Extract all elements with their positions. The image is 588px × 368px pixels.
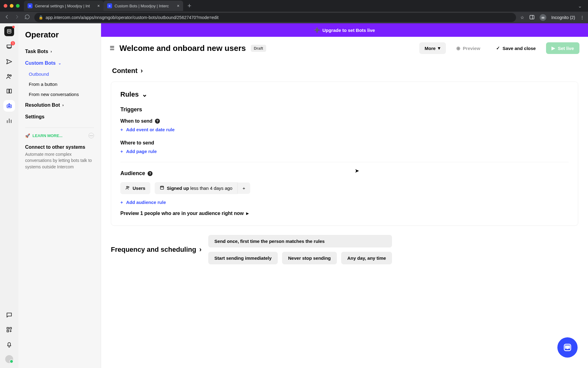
audience-chip-signed-up[interactable]: Signed up less than 4 days ago	[155, 182, 237, 194]
browser-tab-1[interactable]: ≡ General settings | Moodjoy | Int ×	[24, 1, 104, 11]
incognito-avatar-icon[interactable]	[540, 14, 546, 21]
new-tab-button[interactable]: +	[187, 2, 191, 10]
add-audience-rule-button[interactable]: +Add audience rule	[120, 200, 569, 205]
nav-custom-bots[interactable]: Custom Bots⌄	[18, 57, 101, 69]
play-filled-icon: ▶	[552, 45, 555, 51]
window-minimize-icon[interactable]	[10, 4, 13, 8]
svg-rect-29	[569, 346, 570, 348]
intercom-messenger-fab[interactable]	[557, 337, 578, 358]
svg-rect-28	[567, 346, 568, 349]
caret-down-icon: ▾	[438, 45, 440, 51]
incognito-label: Incognito (2)	[551, 15, 575, 20]
chevron-down-icon: ⌄	[142, 90, 147, 98]
chevron-right-icon: ›	[51, 49, 52, 54]
content-section-header[interactable]: Content›	[111, 63, 578, 82]
notification-bell-icon[interactable]	[5, 340, 13, 348]
play-circle-icon: ◉	[456, 45, 460, 51]
svg-point-20	[126, 186, 128, 187]
triggers-heading: Triggers	[120, 106, 569, 113]
lock-icon: 🔒	[39, 15, 43, 20]
kebab-menu-icon[interactable]: ⋮	[580, 15, 584, 20]
chevron-right-icon: ›	[141, 67, 143, 75]
articles-icon[interactable]	[5, 87, 13, 95]
bookmark-star-icon[interactable]: ☆	[520, 15, 524, 20]
tabs-overflow-icon[interactable]: ⌄	[578, 3, 582, 9]
nav-from-button[interactable]: From a button	[18, 79, 101, 89]
save-and-close-button[interactable]: ✓Save and close	[491, 42, 541, 54]
add-event-rule-button[interactable]: +Add event or date rule	[120, 127, 569, 132]
svg-point-2	[542, 17, 543, 19]
apps-icon[interactable]	[5, 326, 13, 334]
audience-preview-link[interactable]: Preview 1 people who are in your audienc…	[120, 210, 569, 216]
set-live-button[interactable]: ▶Set live	[546, 42, 579, 54]
plus-icon: +	[243, 186, 245, 191]
contacts-icon[interactable]	[5, 72, 13, 80]
svg-point-3	[543, 17, 545, 19]
svg-point-9	[10, 75, 11, 76]
more-button[interactable]: More▾	[419, 42, 446, 54]
nav-from-new-conversations[interactable]: From new conversations	[18, 89, 101, 99]
back-button[interactable]	[4, 14, 10, 21]
upgrade-banner[interactable]: ➕ Upgrade to set Bots live	[101, 23, 588, 37]
svg-rect-11	[8, 106, 9, 107]
tab-1-label: General settings | Moodjoy | Int	[35, 4, 90, 8]
learn-more-header[interactable]: 🚀 LEARN MORE... —	[18, 131, 101, 140]
plus-icon: +	[120, 200, 123, 205]
nav-settings[interactable]: Settings	[18, 111, 101, 123]
rules-card: Rules⌄ Triggers When to send ? +Add even…	[111, 82, 578, 226]
nav-outbound[interactable]: Outbound	[18, 69, 101, 79]
send-icon[interactable]	[5, 58, 13, 66]
add-page-rule-button[interactable]: +Add page rule	[120, 149, 569, 154]
frequency-section-header[interactable]: Frequency and scheduling›	[111, 246, 202, 254]
freq-pill-never-stop[interactable]: Never stop sending	[282, 252, 337, 264]
intercom-logo[interactable]	[4, 26, 14, 36]
learn-connect-title[interactable]: Connect to other systems	[18, 140, 101, 151]
status-badge: Draft	[251, 45, 266, 52]
reload-button[interactable]	[24, 14, 30, 21]
address-bar[interactable]: 🔒 app.intercom.com/a/apps/nnsgmgob/opera…	[34, 13, 516, 22]
audience-chip-users[interactable]: Users	[120, 182, 150, 194]
close-tab-icon[interactable]: ×	[177, 3, 179, 8]
svg-rect-13	[9, 104, 9, 105]
plus-icon: +	[120, 149, 123, 154]
svg-rect-12	[9, 106, 10, 107]
forward-button[interactable]	[14, 14, 20, 21]
freq-pill-send-once[interactable]: Send once, first time the person matches…	[208, 235, 392, 247]
users-icon	[125, 185, 130, 191]
add-condition-button[interactable]: +	[237, 182, 250, 194]
collapse-icon[interactable]: —	[89, 133, 94, 138]
window-close-icon[interactable]	[4, 4, 7, 8]
reports-icon[interactable]	[5, 117, 13, 125]
preview-button[interactable]: ◉Preview	[451, 42, 486, 54]
operator-icon[interactable]	[5, 102, 13, 110]
audience-heading: Audience ?	[120, 170, 569, 177]
when-to-send-label: When to send ?	[120, 118, 569, 124]
svg-point-21	[128, 186, 129, 187]
help-icon[interactable]: ?	[155, 119, 160, 124]
svg-rect-19	[7, 330, 9, 332]
close-tab-icon[interactable]: ×	[97, 3, 100, 8]
conversation-icon[interactable]	[5, 311, 13, 319]
panel-icon[interactable]	[529, 14, 535, 21]
freq-pill-start-immediately[interactable]: Start sending immediately	[208, 252, 278, 264]
url-text: app.intercom.com/a/apps/nnsgmgob/operato…	[46, 15, 219, 20]
freq-pill-any-day[interactable]: Any day, any time	[341, 252, 392, 264]
inbox-icon[interactable]: 1	[5, 43, 13, 51]
nav-task-bots[interactable]: Task Bots›	[18, 46, 101, 57]
browser-tab-2[interactable]: ≡ Custom Bots | Moodjoy | Interc ×	[104, 1, 183, 11]
page-title: Welcome and onboard new users	[119, 44, 246, 53]
secondary-nav: Operator Task Bots› Custom Bots⌄ Outboun…	[18, 23, 101, 368]
sidebar-toggle-icon[interactable]: ☰	[110, 45, 115, 52]
help-icon[interactable]: ?	[148, 171, 153, 176]
plus-icon: +	[120, 127, 123, 132]
nav-resolution-bot[interactable]: Resolution Bot›	[18, 99, 101, 111]
caret-right-icon: ▸	[246, 210, 249, 216]
svg-rect-17	[7, 328, 9, 329]
svg-rect-27	[565, 346, 566, 348]
window-zoom-icon[interactable]	[16, 4, 20, 8]
user-avatar[interactable]	[5, 355, 13, 363]
app-rail: 1	[0, 23, 18, 368]
rocket-icon: 🚀	[25, 133, 30, 138]
tab-2-label: Custom Bots | Moodjoy | Interc	[115, 4, 169, 8]
rules-section-header[interactable]: Rules⌄	[120, 90, 569, 98]
